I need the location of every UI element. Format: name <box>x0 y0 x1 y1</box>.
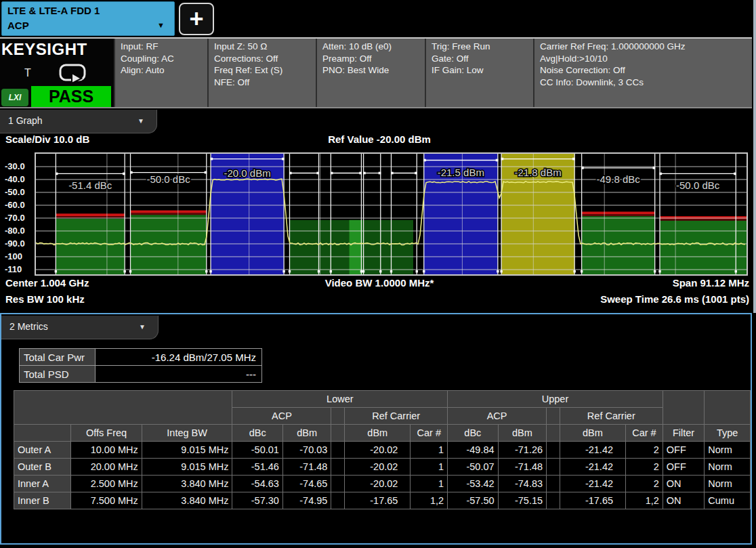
sub-header-acp: ACP <box>232 408 331 425</box>
table-cell: 2 <box>626 476 663 492</box>
column-header: Car # <box>626 425 663 442</box>
table-cell: OFF <box>663 459 705 476</box>
metrics-table-body: Outer A10.00 MHz9.015 MHz-50.01-70.03-20… <box>14 442 751 509</box>
limit-line <box>582 211 655 214</box>
pass-indicator: PASS <box>31 86 111 107</box>
bracket-dot <box>130 171 133 174</box>
table-cell: Norm <box>705 442 751 459</box>
sweep-time-label: Sweep Time 26.6 ms (1001 pts) <box>600 293 749 305</box>
limit-line <box>660 216 736 219</box>
header-blank <box>663 391 705 425</box>
table-cell: 3.840 MHz <box>142 492 232 509</box>
limit-line-shadow <box>660 219 736 221</box>
bracket-dot <box>660 173 663 175</box>
add-tab-button[interactable]: + <box>179 3 214 35</box>
column-header: dBm <box>345 425 411 442</box>
column-header: Integ BW <box>142 425 232 442</box>
tab-bar: LTE & LTE-A FDD 1 ACP ▼ + <box>0 0 756 37</box>
metrics-window-selector[interactable]: 2 Metrics ▼ <box>1 316 159 339</box>
table-cell <box>331 476 345 492</box>
table-row: Outer A10.00 MHz9.015 MHz-50.01-70.03-20… <box>14 442 751 459</box>
table-cell: 2.500 MHz <box>71 476 142 492</box>
column-header: dBm <box>560 425 625 442</box>
table-cell: -20.02 <box>345 459 411 476</box>
table-cell: -21.42 <box>560 442 625 459</box>
boundary-dot <box>423 270 425 272</box>
y-axis-tick: -40.0 <box>5 174 25 184</box>
header-info-line: Noise Correction: Off <box>540 64 747 77</box>
bracket-dot <box>289 172 292 175</box>
table-cell: 2 <box>626 442 663 459</box>
header-info-line: Freq Ref: Ext (S) <box>214 64 310 77</box>
header-info-line: Align: Auto <box>121 64 202 77</box>
column-header: Filter <box>663 425 705 442</box>
bracket-dot <box>282 158 285 161</box>
table-cell: -71.48 <box>282 459 331 476</box>
sub-header-ref-carrier: Ref Carrier <box>560 408 663 425</box>
header-info-line: Avg|Hold:>10/10 <box>540 53 747 65</box>
table-row: Outer B20.00 MHz9.015 MHz-51.46-71.48-20… <box>14 459 751 476</box>
boundary-dot <box>390 270 392 272</box>
boundary-dot <box>129 270 131 272</box>
y-axis-tick: -100 <box>5 251 22 261</box>
table-cell <box>331 492 345 509</box>
offset-region <box>736 221 747 274</box>
lxi-badge: LXI <box>1 89 28 106</box>
header-info-line: Corrections: Off <box>214 53 310 65</box>
offset-region <box>582 216 655 274</box>
bracket-dot <box>331 172 333 175</box>
boundary-dot <box>573 270 575 272</box>
table-cell <box>331 442 345 459</box>
column-header: dBm <box>498 425 547 442</box>
spectrum-plot: -51.4 dBc-50.0 dBc-49.8 dBc-50.0 dBc-20.… <box>35 152 748 276</box>
keysight-logo: KEYSIGHT <box>1 40 87 59</box>
metrics-window: 2 Metrics ▼ Total Car Pwr -16.24 dBm/27.… <box>0 313 752 545</box>
header-info-line: Input: RF <box>121 41 202 53</box>
trigger-indicator: T <box>24 67 31 79</box>
table-cell: -49.84 <box>448 442 498 459</box>
column-header: dBc <box>448 425 498 442</box>
limit-line <box>56 213 125 216</box>
y-axis-tick: -70.0 <box>5 213 25 223</box>
boundary-dot <box>416 270 418 272</box>
table-cell: Outer A <box>14 442 71 459</box>
table-row: Total PSD --- <box>20 366 262 383</box>
region-power-label: -21.5 dBm <box>438 167 484 178</box>
acp-results-table: Lower Upper ACP Ref Carrier ACP Ref Carr… <box>14 390 751 509</box>
group-header-upper: Upper <box>448 391 663 408</box>
table-cell: -17.65 <box>560 492 625 509</box>
boundary-dot <box>658 270 660 272</box>
boundary-dot <box>282 270 285 272</box>
table-cell: -21.42 <box>560 476 625 492</box>
column-header: Type <box>705 425 751 442</box>
graph-scale-row: Scale/Div 10.0 dB Ref Value -20.00 dBm <box>0 133 752 151</box>
boundary-dot <box>205 270 207 272</box>
boundary-dot <box>581 270 583 272</box>
table-row: Lower Upper <box>14 391 751 408</box>
bracket-dot <box>415 172 417 175</box>
header-info-line: Trig: Free Run <box>432 41 528 53</box>
bracket-dot <box>359 172 362 175</box>
offset-region <box>660 221 736 274</box>
graph-window-selector[interactable]: 1 Graph ▼ <box>0 110 157 133</box>
table-cell: Inner A <box>14 476 71 492</box>
table-cell <box>547 442 560 459</box>
res-bw-label: Res BW 100 kHz <box>5 293 85 305</box>
header-info-line: Gate: Off <box>432 53 528 65</box>
measurement-tab[interactable]: LTE & LTE-A FDD 1 ACP ▼ <box>1 1 175 36</box>
header-col-carrier: Carrier Ref Freq: 1.000000000 GHzAvg|Hol… <box>533 39 752 107</box>
sub-header-acp: ACP <box>448 408 547 425</box>
table-cell <box>331 459 345 476</box>
table-cell: -74.83 <box>498 476 547 492</box>
boundary-dot <box>330 270 332 272</box>
group-header-lower: Lower <box>232 391 448 408</box>
bracket-dot <box>379 172 381 175</box>
table-cell: ON <box>663 492 705 509</box>
plus-icon: + <box>189 5 203 33</box>
table-cell: Cumu <box>705 492 751 509</box>
graph-footer-row1: Center 1.004 GHz Video BW 1.0000 MHz* Sp… <box>5 277 749 293</box>
limit-line-shadow <box>131 213 207 215</box>
table-cell: 7.500 MHz <box>71 492 142 509</box>
chevron-down-icon: ▼ <box>139 316 146 338</box>
table-cell: -54.63 <box>232 476 282 492</box>
